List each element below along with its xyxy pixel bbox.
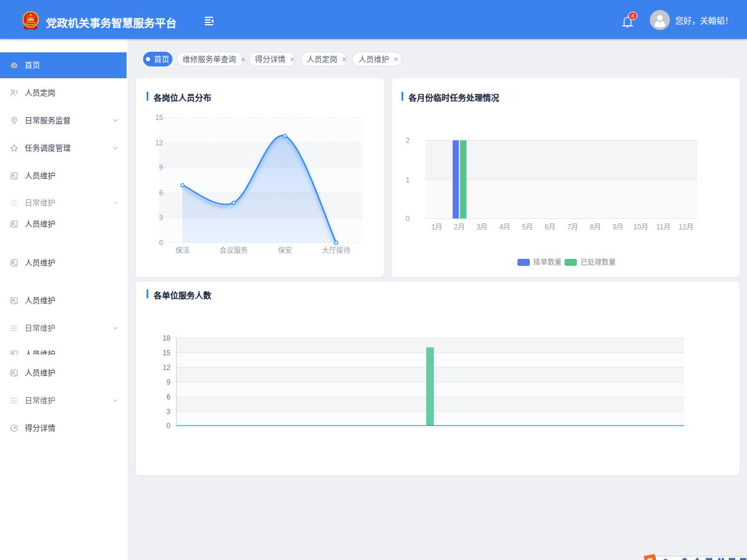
svg-text:12: 12	[155, 139, 164, 147]
svg-text:保安: 保安	[278, 246, 292, 255]
svg-text:0: 0	[167, 422, 171, 430]
svg-text:1月: 1月	[431, 223, 443, 231]
svg-text:12月: 12月	[679, 223, 693, 231]
svg-text:10月: 10月	[633, 223, 648, 231]
svg-text:0: 0	[406, 215, 410, 223]
svg-text:15: 15	[155, 114, 164, 122]
svg-text:2: 2	[406, 136, 410, 145]
svg-text:7月: 7月	[567, 223, 579, 231]
svg-text:6月: 6月	[545, 223, 556, 231]
svg-text:0: 0	[159, 239, 163, 247]
svg-text:接单数量: 接单数量	[533, 258, 562, 266]
svg-text:2月: 2月	[454, 223, 465, 231]
svg-text:1: 1	[406, 176, 410, 184]
svg-text:大厅接待: 大厅接待	[322, 246, 350, 255]
svg-text:3: 3	[167, 408, 171, 416]
svg-text:6: 6	[159, 189, 163, 197]
svg-text:9月: 9月	[613, 223, 624, 231]
svg-text:9: 9	[159, 164, 163, 172]
svg-text:9: 9	[167, 378, 171, 386]
svg-text:11月: 11月	[656, 223, 670, 231]
svg-text:3: 3	[159, 214, 163, 222]
svg-text:3月: 3月	[477, 223, 488, 231]
svg-text:12: 12	[162, 364, 171, 372]
svg-text:8月: 8月	[590, 223, 601, 231]
svg-text:18: 18	[162, 334, 171, 342]
svg-text:已处理数量: 已处理数量	[580, 258, 616, 266]
svg-text:保洁: 保洁	[175, 246, 190, 255]
svg-text:6: 6	[167, 393, 171, 401]
svg-text:15: 15	[162, 349, 171, 357]
svg-text:5月: 5月	[522, 223, 533, 231]
svg-text:会议服务: 会议服务	[220, 246, 248, 255]
svg-text:4月: 4月	[499, 223, 510, 231]
